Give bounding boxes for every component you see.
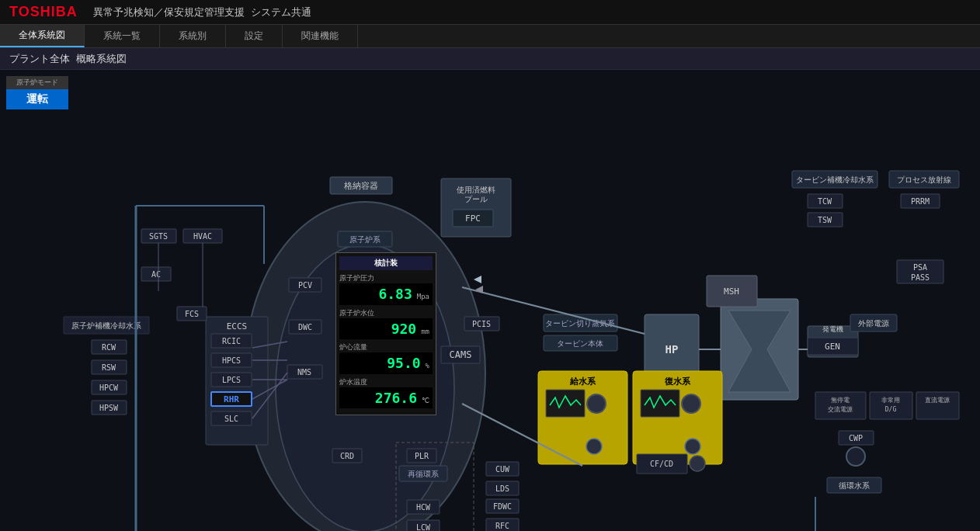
svg-text:RFC: RFC xyxy=(495,522,509,530)
nav-item-overview[interactable]: 全体系統図 xyxy=(0,25,85,47)
svg-rect-111 xyxy=(839,431,874,445)
svg-text:FDWC: FDWC xyxy=(493,502,512,511)
svg-text:HPSW: HPSW xyxy=(99,404,119,412)
svg-rect-138 xyxy=(396,442,474,531)
svg-text:CF/CD: CF/CD xyxy=(650,460,673,468)
svg-rect-84 xyxy=(808,326,858,357)
svg-rect-35 xyxy=(141,229,176,243)
header-title: 異常予兆検知／保安規定管理支援 システム共通 xyxy=(93,5,311,19)
svg-text:HPCS: HPCS xyxy=(222,356,241,365)
level-label: 原子炉水位 xyxy=(339,308,433,318)
svg-rect-45 xyxy=(289,320,321,334)
svg-rect-101 xyxy=(850,314,897,331)
svg-rect-19 xyxy=(211,392,252,406)
nav-item-related[interactable]: 関連機能 xyxy=(283,25,358,47)
svg-text:RSW: RSW xyxy=(102,363,116,372)
mode-value: 運転 xyxy=(6,89,68,109)
svg-text:原子炉系: 原子炉系 xyxy=(349,235,381,244)
main-diagram: 原子炉モード 運転 格納容器 原子炉系 使用済燃料 プール FPC ECCS xyxy=(0,70,980,531)
svg-text:原子炉補機冷却水系: 原子炉補機冷却水系 xyxy=(71,321,141,330)
svg-rect-55 xyxy=(399,466,447,481)
nav-item-by-system[interactable]: 系統別 xyxy=(160,25,226,47)
header: TOSHIBA 異常予兆検知／保安規定管理支援 システム共通 xyxy=(0,0,980,25)
svg-text:無停電: 無停電 xyxy=(831,397,850,404)
page-title-bar: プラント全体 概略系統図 xyxy=(0,48,980,70)
svg-rect-37 xyxy=(183,229,222,243)
svg-marker-81 xyxy=(728,311,791,392)
svg-rect-43 xyxy=(289,278,321,292)
svg-rect-23 xyxy=(287,365,322,379)
svg-line-134 xyxy=(462,287,645,334)
svg-text:TSW: TSW xyxy=(818,216,832,224)
svg-rect-29 xyxy=(92,360,127,374)
svg-line-145 xyxy=(252,373,287,418)
svg-text:直流電源: 直流電源 xyxy=(925,397,950,404)
svg-text:GEN: GEN xyxy=(825,342,840,352)
svg-rect-31 xyxy=(92,380,127,394)
svg-text:SGTS: SGTS xyxy=(149,232,168,241)
svg-text:CAMS: CAMS xyxy=(450,349,472,360)
svg-rect-96 xyxy=(901,194,940,208)
nav-item-settings[interactable]: 設定 xyxy=(226,25,283,47)
mode-label: 原子炉モード xyxy=(6,76,68,89)
svg-line-135 xyxy=(462,404,582,466)
level-unit: mm xyxy=(421,328,429,335)
svg-text:CUW: CUW xyxy=(495,465,510,474)
temp-row: 炉水温度 276.6 ℃ xyxy=(339,377,433,409)
svg-marker-140 xyxy=(475,286,483,293)
pressure-value: 6.83 xyxy=(375,285,415,304)
svg-text:FCS: FCS xyxy=(185,310,199,318)
svg-rect-27 xyxy=(92,340,127,354)
flow-unit: % xyxy=(426,362,429,370)
level-row: 原子炉水位 920 mm xyxy=(339,308,433,340)
svg-text:LP: LP xyxy=(752,342,766,356)
svg-rect-106 xyxy=(870,392,912,419)
svg-rect-63 xyxy=(407,520,440,531)
nav-item-list[interactable]: 系統一覧 xyxy=(85,25,160,47)
svg-text:RHR: RHR xyxy=(224,394,239,404)
svg-text:RCW: RCW xyxy=(102,343,116,352)
svg-rect-73 xyxy=(544,314,617,331)
svg-text:ECCS: ECCS xyxy=(227,321,248,331)
reactor-display-title: 核計装 xyxy=(339,256,433,270)
svg-rect-41 xyxy=(177,307,207,321)
svg-text:格納容器: 格納容器 xyxy=(343,181,378,191)
svg-text:MSH: MSH xyxy=(724,286,739,297)
svg-rect-65 xyxy=(486,499,519,513)
flow-label: 炉心流量 xyxy=(339,342,433,352)
svg-rect-88 xyxy=(792,171,877,188)
svg-point-123 xyxy=(587,394,606,413)
navigation: 全体系統図 系統一覧 系統別 設定 関連機能 xyxy=(0,25,980,48)
svg-rect-15 xyxy=(211,353,252,367)
pressure-row: 原子炉圧力 6.83 Mpa xyxy=(339,273,433,305)
svg-text:発電機: 発電機 xyxy=(822,325,843,333)
svg-rect-114 xyxy=(827,477,881,493)
pressure-label: 原子炉圧力 xyxy=(339,273,433,283)
svg-point-113 xyxy=(846,447,865,466)
svg-text:HVAC: HVAC xyxy=(193,232,212,241)
svg-text:復水系: 復水系 xyxy=(664,377,691,387)
svg-rect-9 xyxy=(453,210,493,227)
svg-rect-57 xyxy=(486,462,519,476)
svg-text:交流電源: 交流電源 xyxy=(828,406,853,413)
svg-text:PRRM: PRRM xyxy=(911,197,930,206)
svg-rect-4 xyxy=(338,231,392,247)
svg-rect-39 xyxy=(141,267,171,281)
svg-text:SLC: SLC xyxy=(224,415,238,423)
svg-text:外部電源: 外部電源 xyxy=(858,319,889,328)
svg-rect-2 xyxy=(330,177,392,194)
svg-text:D/G: D/G xyxy=(885,406,897,413)
svg-rect-33 xyxy=(92,401,127,415)
svg-text:HCW: HCW xyxy=(416,503,431,512)
svg-rect-103 xyxy=(815,392,866,419)
svg-rect-49 xyxy=(441,346,480,363)
svg-rect-120 xyxy=(538,371,627,464)
svg-text:タービン本体: タービン本体 xyxy=(557,339,603,348)
svg-text:LPCS: LPCS xyxy=(222,376,241,384)
svg-point-153 xyxy=(685,439,700,454)
level-value: 920 xyxy=(388,320,420,338)
svg-text:タービン切り蒸気系: タービン切り蒸気系 xyxy=(545,319,615,328)
svg-rect-128 xyxy=(637,454,687,474)
svg-point-127 xyxy=(682,394,700,413)
svg-point-152 xyxy=(586,439,602,454)
